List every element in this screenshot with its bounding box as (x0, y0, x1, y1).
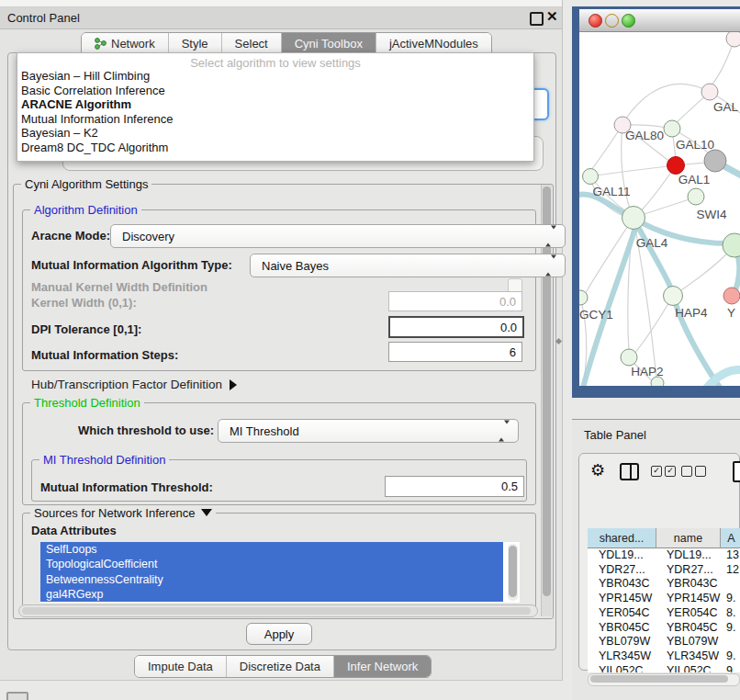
table-row[interactable]: YBR043CYBR043C (588, 577, 740, 592)
node-hap2[interactable] (621, 349, 637, 366)
table-row[interactable]: YDR27...YDR27...12 (588, 563, 740, 578)
node-gal1[interactable] (667, 157, 685, 175)
list-item[interactable]: BetweennessCentrality (40, 572, 503, 587)
mi-type-label: Mutual Information Algorithm Type: (31, 258, 232, 272)
tab-cyni-toolbox[interactable]: Cyni Toolbox (282, 33, 376, 54)
node-swi4[interactable] (688, 188, 704, 205)
node-gal10[interactable] (664, 120, 680, 137)
node-gal4[interactable] (622, 207, 645, 230)
dropdown-item[interactable]: Bayesian – K2 (21, 126, 526, 141)
select-all-checkboxes-icon[interactable]: ✓ ✓ (651, 466, 676, 477)
dropdown-item[interactable]: Basic Correlation Inference (21, 84, 526, 98)
manual-kernel-label: Manual Kernel Width Definition (31, 280, 207, 294)
cell: YBL079W (656, 635, 721, 649)
column-view-icon[interactable] (620, 463, 639, 480)
dropdown-item[interactable]: Bayesian – Hill Climbing (21, 69, 526, 84)
cell: YLR345W (656, 649, 721, 664)
tab-impute-data[interactable]: Impute Data (135, 656, 227, 677)
apply-button[interactable]: Apply (246, 623, 312, 645)
mi-steps-field[interactable]: 6 (388, 342, 522, 362)
cell: YIL052C (656, 664, 721, 672)
table-hscrollbar[interactable] (588, 673, 740, 686)
bottom-tabstrip: Impute Data Discretize Data Infer Networ… (134, 655, 432, 678)
tab-select[interactable]: Select (222, 33, 282, 54)
node-gray[interactable] (704, 150, 726, 172)
zoom-traffic-light-icon[interactable] (622, 14, 635, 28)
node-salmon[interactable] (723, 288, 740, 304)
table-row[interactable]: YPR145WYPR145W9. (588, 592, 740, 606)
node-hap4[interactable] (664, 287, 683, 306)
minimized-panel-icon[interactable] (6, 692, 28, 700)
combo-stepper-icon (499, 424, 510, 438)
kernel-width-field[interactable]: 0.0 (388, 291, 522, 311)
network-canvas[interactable]: GAL GAL80 GAL10 GAL1 GAL11 SWI4 GAL4 GCY… (579, 32, 740, 386)
table-panel-dock: Table Panel ⚙ ✓ ✓ shared... name A YDL19… (572, 419, 740, 700)
network-window-titlebar[interactable] (579, 9, 740, 32)
table-row[interactable]: YDL19...YDL19...13 (588, 548, 740, 563)
network-graph[interactable]: GAL GAL80 GAL10 GAL1 GAL11 SWI4 GAL4 GCY… (579, 32, 740, 386)
dropdown-item-selected[interactable]: ARACNE Algorithm (21, 97, 526, 112)
list-item[interactable]: gal4RGexp (40, 587, 503, 602)
column-header-shared-name[interactable]: shared... (588, 528, 656, 548)
dropdown-item[interactable]: Mutual Information Inference (21, 112, 526, 127)
close-traffic-light-icon[interactable] (589, 14, 602, 28)
table-hscrollbar-thumb[interactable] (590, 675, 728, 683)
gear-icon[interactable]: ⚙ (590, 460, 605, 480)
dpi-tolerance-field[interactable]: 0.0 (388, 316, 524, 338)
column-header-partial[interactable]: A (721, 528, 740, 548)
which-threshold-combobox[interactable]: MI Threshold (218, 419, 519, 443)
list-item[interactable]: TopologicalCoefficient (40, 557, 503, 571)
aracne-mode-label: Aracne Mode: (31, 229, 110, 243)
cell: YIL052C (588, 664, 656, 672)
tab-jactivemnodules-label: jActiveMNodules (389, 37, 478, 51)
which-threshold-value: MI Threshold (230, 424, 299, 438)
list-vscrollbar-thumb[interactable] (509, 546, 517, 597)
checked-box-icon: ✓ (651, 466, 662, 477)
hub-definition-expander[interactable]: Hub/Transcription Factor Definition (31, 378, 237, 391)
table-row[interactable]: YER054CYER054C8. (588, 606, 740, 621)
tab-network[interactable]: Network (82, 33, 169, 54)
settings-hscrollbar-thumb[interactable] (22, 607, 531, 615)
control-panel-titlebar[interactable]: Control Panel ✕ (0, 7, 562, 29)
tab-style[interactable]: Style (169, 33, 222, 54)
table-row[interactable]: YBR045CYBR045C9. (588, 621, 740, 636)
mi-steps-label: Mutual Information Steps: (31, 348, 178, 362)
list-vscrollbar[interactable] (508, 544, 518, 601)
cell: YBR043C (588, 577, 656, 592)
mi-threshold-title: MI Threshold Definition (39, 453, 169, 467)
node-gal11[interactable] (583, 169, 599, 185)
list-item[interactable]: SelfLoops (40, 542, 503, 557)
unchecked-box-icon (695, 466, 706, 477)
node-green-right[interactable] (723, 233, 740, 257)
cell: YBL079W (588, 635, 656, 649)
mi-threshold-label: Mutual Information Threshold: (40, 480, 213, 494)
tab-jactivemnodules[interactable]: jActiveMNodules (376, 33, 491, 54)
table-row[interactable]: YBL079WYBL079W (588, 635, 740, 649)
minimize-traffic-light-icon[interactable] (605, 14, 619, 28)
column-header-name[interactable]: name (656, 528, 721, 548)
tab-infer-network[interactable]: Infer Network (334, 656, 431, 677)
close-icon[interactable]: ✕ (546, 8, 558, 25)
sources-title-label: Sources for Network Inference (34, 506, 196, 520)
cell: 9. (721, 621, 740, 636)
float-window-icon[interactable] (530, 12, 544, 26)
mi-type-combobox[interactable]: Naive Bayes (250, 254, 566, 277)
cell: YER054C (656, 606, 721, 621)
node-gal-partial[interactable] (701, 84, 718, 100)
node-label: GAL80 (625, 129, 664, 142)
tab-discretize-data[interactable]: Discretize Data (227, 656, 334, 677)
table-row[interactable]: YLR345WYLR345W9. (588, 649, 740, 664)
node-unlabeled[interactable] (726, 32, 740, 47)
settings-vscrollbar[interactable] (541, 185, 552, 616)
sources-title[interactable]: Sources for Network Inference (30, 506, 216, 520)
data-attributes-list[interactable]: SelfLoops TopologicalCoefficient Between… (40, 542, 520, 603)
deselect-all-checkboxes-icon[interactable] (681, 466, 706, 477)
settings-hscrollbar[interactable] (18, 604, 538, 617)
mi-threshold-field[interactable]: 0.5 (385, 476, 524, 497)
aracne-mode-combobox[interactable]: Discovery (110, 224, 566, 248)
tab-cyni-toolbox-label: Cyni Toolbox (295, 37, 363, 51)
node-table[interactable]: shared... name A YDL19...YDL19...13 YDR2… (588, 528, 740, 672)
table-row[interactable]: YIL052CYIL052C9. (588, 664, 740, 672)
dropdown-item[interactable]: Dream8 DC_TDC Algorithm (21, 141, 526, 155)
new-table-icon[interactable] (733, 461, 740, 482)
